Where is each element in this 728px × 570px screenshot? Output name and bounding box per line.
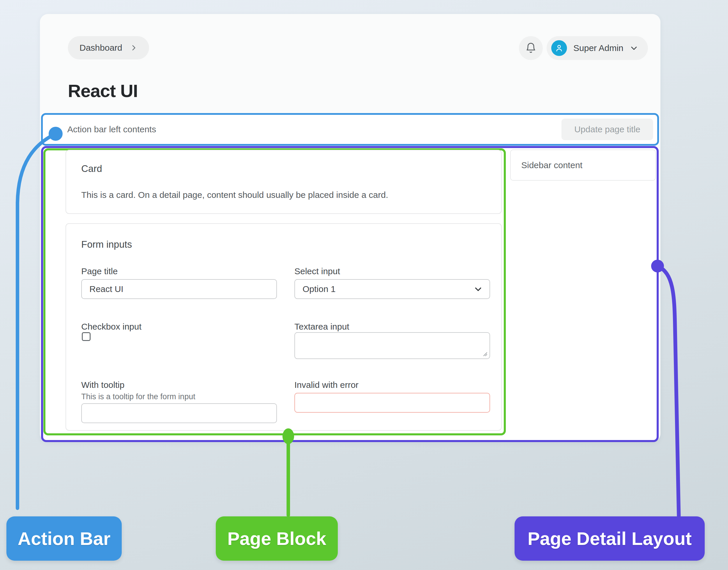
action-bar: Action bar left contents Update page tit… xyxy=(41,113,659,146)
textarea-input[interactable] xyxy=(294,332,490,359)
invalid-field-input[interactable] xyxy=(294,393,490,412)
textarea-wrap xyxy=(294,332,490,359)
chevron-down-icon xyxy=(630,44,638,52)
breadcrumb-item-label: Dashboard xyxy=(79,43,122,53)
chevron-down-icon xyxy=(474,285,483,293)
action-bar-left-contents: Action bar left contents xyxy=(67,124,156,134)
user-menu[interactable]: Super Admin xyxy=(547,36,648,60)
annotation-label-page-block: Page Block xyxy=(216,516,338,561)
page-title-field-label: Page title xyxy=(81,266,118,276)
page-detail-demo-screen: Dashboard Super Admin React UI Action ba… xyxy=(0,0,728,570)
notifications-button[interactable] xyxy=(519,36,543,60)
bell-icon xyxy=(525,42,537,54)
card: Card This is a card. On a detail page, c… xyxy=(65,150,502,214)
textarea-field-label: Textarea input xyxy=(294,322,349,332)
resize-handle-icon[interactable] xyxy=(481,350,488,357)
user-icon xyxy=(555,43,564,53)
checkbox-field-label: Checkbox input xyxy=(81,322,141,332)
page-detail-connector-line xyxy=(658,266,679,516)
breadcrumb[interactable]: Dashboard xyxy=(68,36,149,59)
chevron-right-icon xyxy=(130,44,137,52)
tooltip-field-label: With tooltip xyxy=(81,380,124,390)
update-page-title-button[interactable]: Update page title xyxy=(562,118,653,140)
card-title: Card xyxy=(81,163,102,174)
tooltip-field-input[interactable] xyxy=(81,403,277,423)
avatar xyxy=(551,40,567,56)
user-name: Super Admin xyxy=(573,43,624,53)
annotation-label-action-bar: Action Bar xyxy=(6,516,122,561)
page-title-input[interactable] xyxy=(81,279,277,299)
invalid-field-label: Invalid with error xyxy=(294,380,358,390)
tooltip-text: This is a tooltip for the form input xyxy=(81,392,195,401)
form-card-title: Form inputs xyxy=(81,239,132,250)
page-title: React UI xyxy=(68,80,138,101)
card-body-text: This is a card. On a detail page, conten… xyxy=(81,190,388,200)
select-field-label: Select input xyxy=(294,266,340,276)
sidebar-content-text: Sidebar content xyxy=(521,160,582,170)
select-value: Option 1 xyxy=(302,284,335,294)
sidebar-content-card: Sidebar content xyxy=(510,150,656,181)
select-input[interactable]: Option 1 xyxy=(294,279,490,299)
annotation-label-page-detail-layout: Page Detail Layout xyxy=(515,516,705,561)
form-inputs-card: Form inputs Page title Select input Opti… xyxy=(65,223,502,431)
checkbox-input[interactable] xyxy=(82,332,91,341)
